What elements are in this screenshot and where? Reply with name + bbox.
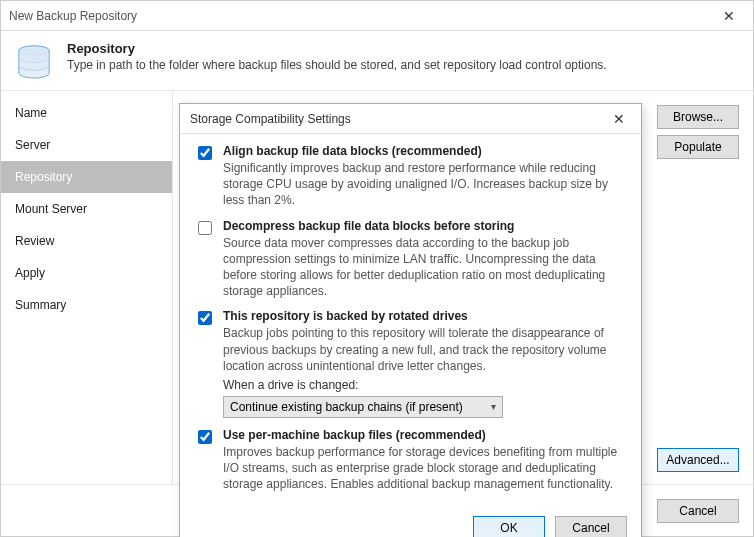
main-window: New Backup Repository ✕ Repository Type … [0,0,754,537]
browse-button[interactable]: Browse... [657,105,739,129]
checkbox-align-blocks[interactable] [198,146,212,160]
dialog-title: Storage Compatibility Settings [190,112,607,126]
option-desc: Significantly improves backup and restor… [223,160,627,209]
option-label: Align backup file data blocks (recommend… [223,144,627,158]
option-rotated-drives: This repository is backed by rotated dri… [194,309,627,418]
repository-icon [15,41,53,82]
option-decompress: Decompress backup file data blocks befor… [194,219,627,300]
option-align-blocks: Align backup file data blocks (recommend… [194,144,627,209]
sidebar-item-summary[interactable]: Summary [1,289,172,321]
sidebar-item-label: Review [15,234,54,248]
option-desc: Backup jobs pointing to this repository … [223,325,627,374]
option-desc: Source data mover compresses data accord… [223,235,627,300]
wizard-header: Repository Type in path to the folder wh… [1,31,753,90]
checkbox-per-machine[interactable] [198,430,212,444]
dialog-titlebar: Storage Compatibility Settings ✕ [180,104,641,134]
dropdown-value: Continue existing backup chains (if pres… [230,400,463,414]
sidebar-item-label: Summary [15,298,66,312]
sidebar-item-label: Server [15,138,50,152]
option-label: Use per-machine backup files (recommende… [223,428,627,442]
close-icon[interactable]: ✕ [713,8,745,24]
close-icon[interactable]: ✕ [607,111,631,127]
sidebar-item-review[interactable]: Review [1,225,172,257]
sidebar-item-repository[interactable]: Repository [1,161,172,193]
checkbox-rotated-drives[interactable] [198,311,212,325]
dialog-body: Align backup file data blocks (recommend… [180,134,641,508]
sidebar-item-name[interactable]: Name [1,97,172,129]
sidebar-item-apply[interactable]: Apply [1,257,172,289]
populate-button[interactable]: Populate [657,135,739,159]
wizard-sidebar: Name Server Repository Mount Server Revi… [1,91,173,484]
chevron-down-icon: ▾ [491,401,496,412]
window-title: New Backup Repository [9,9,713,23]
option-label: This repository is backed by rotated dri… [223,309,627,323]
dialog-footer: OK Cancel [180,508,641,537]
page-subtitle: Type in path to the folder where backup … [67,58,607,72]
titlebar: New Backup Repository ✕ [1,1,753,31]
checkbox-decompress[interactable] [198,221,212,235]
option-desc: Improves backup performance for storage … [223,444,627,493]
option-label: Decompress backup file data blocks befor… [223,219,627,233]
page-title: Repository [67,41,607,56]
sidebar-item-label: Apply [15,266,45,280]
drive-change-sublabel: When a drive is changed: [223,378,627,392]
ok-button[interactable]: OK [473,516,545,537]
cancel-button[interactable]: Cancel [657,499,739,523]
sidebar-item-mount-server[interactable]: Mount Server [1,193,172,225]
option-per-machine: Use per-machine backup files (recommende… [194,428,627,493]
storage-compatibility-dialog: Storage Compatibility Settings ✕ Align b… [179,103,642,537]
advanced-button[interactable]: Advanced... [657,448,739,472]
dialog-cancel-button[interactable]: Cancel [555,516,627,537]
drive-change-dropdown[interactable]: Continue existing backup chains (if pres… [223,396,503,418]
sidebar-item-label: Mount Server [15,202,87,216]
sidebar-item-label: Repository [15,170,72,184]
sidebar-item-label: Name [15,106,47,120]
sidebar-item-server[interactable]: Server [1,129,172,161]
